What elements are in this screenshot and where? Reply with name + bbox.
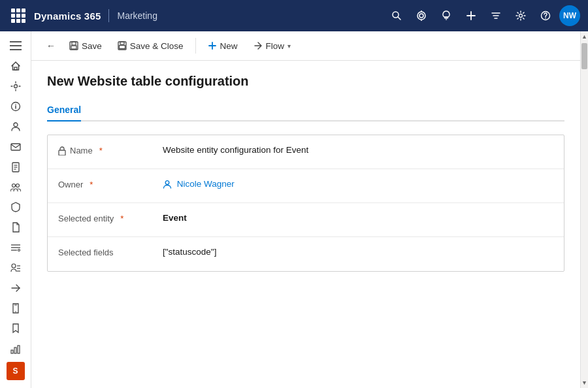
scroll-up-arrow[interactable]: ▲ <box>581 31 588 42</box>
entity-value[interactable]: Event <box>163 212 553 223</box>
lightbulb-icon[interactable] <box>435 5 457 27</box>
save-button[interactable]: Save <box>63 38 108 54</box>
sidebar-send-icon[interactable] <box>3 279 29 298</box>
sidebar-home-icon[interactable] <box>3 57 29 76</box>
sidebar-phone-icon[interactable] <box>3 299 29 317</box>
top-navigation: Dynamics 365 Marketing <box>0 0 588 31</box>
waffle-menu[interactable] <box>8 5 29 26</box>
back-button[interactable]: ← <box>42 37 60 55</box>
sidebar-email-icon[interactable] <box>3 137 29 156</box>
fields-value[interactable]: ["statuscode"] <box>163 246 553 257</box>
svg-rect-47 <box>120 42 124 44</box>
svg-point-2 <box>417 12 425 20</box>
svg-point-13 <box>545 18 546 19</box>
svg-point-52 <box>165 181 169 185</box>
sidebar-group-icon[interactable] <box>3 178 29 197</box>
svg-rect-45 <box>71 46 76 49</box>
sidebar-shield-icon[interactable] <box>3 198 29 217</box>
svg-point-11 <box>519 14 523 18</box>
save-close-button[interactable]: Save & Close <box>111 38 190 54</box>
scroll-track <box>581 42 588 378</box>
scroll-down-arrow[interactable]: ▼ <box>581 378 588 388</box>
app-title: Dynamics 365 <box>34 10 101 22</box>
scroll-thumb[interactable] <box>581 43 587 69</box>
svg-line-1 <box>398 17 400 20</box>
owner-value[interactable]: Nicole Wagner <box>163 178 553 189</box>
name-required: * <box>99 146 103 155</box>
svg-rect-48 <box>119 46 125 49</box>
sidebar-docs-icon[interactable] <box>3 157 29 176</box>
svg-point-33 <box>18 250 20 251</box>
target-icon[interactable] <box>410 5 433 27</box>
form-row-owner: Owner * Nicole Wagner <box>48 169 564 203</box>
svg-point-28 <box>12 184 15 187</box>
entity-required: * <box>120 214 123 223</box>
right-scrollbar[interactable]: ▲ ▼ <box>580 31 588 388</box>
tab-general[interactable]: General <box>47 99 81 121</box>
app-module: Marketing <box>117 10 157 21</box>
svg-point-29 <box>16 184 19 187</box>
sidebar-chart-icon[interactable] <box>3 339 29 358</box>
svg-rect-23 <box>11 144 20 150</box>
sidebar-hamburger[interactable] <box>3 37 29 56</box>
add-icon[interactable] <box>460 5 482 27</box>
tabs-bar: General <box>47 99 564 121</box>
sidebar-settings-icon[interactable] <box>3 77 29 96</box>
sidebar-people-list-icon[interactable] <box>3 259 29 278</box>
sidebar-user-avatar[interactable]: S <box>7 362 25 380</box>
sidebar-info-icon[interactable] <box>3 97 29 116</box>
user-avatar[interactable]: NW <box>559 5 580 26</box>
svg-point-34 <box>12 264 16 268</box>
sidebar-bottom: S <box>7 359 25 383</box>
content-area: ← Save Save & Close <box>31 31 580 388</box>
main-layout: S ← Save Save & Close <box>0 31 588 388</box>
cmd-separator <box>195 38 196 54</box>
svg-rect-17 <box>14 67 17 70</box>
svg-rect-44 <box>72 42 76 45</box>
sidebar-list-icon[interactable] <box>3 238 29 257</box>
svg-point-22 <box>14 123 18 127</box>
new-button[interactable]: New <box>201 38 244 54</box>
form-row-fields: Selected fields ["statuscode"] <box>48 237 564 271</box>
form-row-name: Name * Website entity configuration for … <box>48 135 564 169</box>
form-row-entity: Selected entity * Event <box>48 203 564 237</box>
form-section: Name * Website entity configuration for … <box>47 135 564 272</box>
svg-point-18 <box>14 85 17 88</box>
page-content: New Website table configuration General … <box>31 61 580 388</box>
flow-dropdown-arrow: ▾ <box>287 42 291 50</box>
sidebar: S <box>0 31 31 388</box>
name-value[interactable]: Website entity configuration for Event <box>163 144 553 155</box>
svg-rect-40 <box>11 350 13 353</box>
filter-icon[interactable] <box>485 5 507 27</box>
sidebar-bookmark-icon[interactable] <box>3 319 29 338</box>
search-icon[interactable] <box>385 5 408 27</box>
svg-point-21 <box>15 104 16 105</box>
settings-icon[interactable] <box>510 5 532 27</box>
owner-person-icon <box>163 180 172 189</box>
name-label: Name * <box>58 144 163 155</box>
entity-label: Selected entity * <box>58 212 163 223</box>
owner-label: Owner * <box>58 178 163 189</box>
fields-label: Selected fields <box>58 246 163 257</box>
sidebar-person-icon[interactable] <box>3 118 29 137</box>
sidebar-file-icon[interactable] <box>3 218 29 237</box>
help-icon[interactable] <box>534 5 557 27</box>
svg-rect-51 <box>59 150 65 155</box>
svg-point-38 <box>15 311 16 312</box>
lock-icon <box>58 146 66 155</box>
page-title: New Website table configuration <box>47 74 564 89</box>
owner-required: * <box>90 180 93 189</box>
svg-rect-41 <box>14 348 16 353</box>
nav-divider <box>108 9 109 22</box>
svg-rect-42 <box>18 346 20 353</box>
flow-button[interactable]: Flow ▾ <box>247 38 298 54</box>
svg-point-3 <box>419 14 423 18</box>
command-bar: ← Save Save & Close <box>31 31 580 61</box>
nav-icons: NW <box>385 5 580 27</box>
